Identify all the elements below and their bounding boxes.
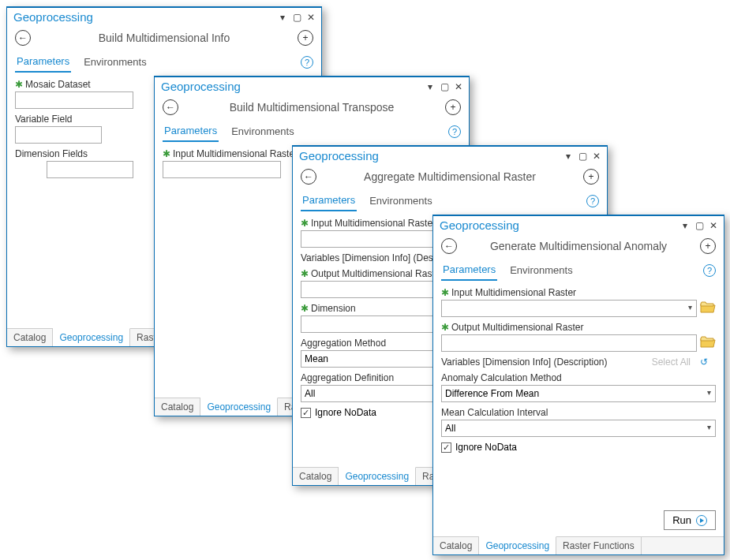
tab-catalog[interactable]: Catalog — [433, 537, 479, 554]
mean-interval-select[interactable] — [441, 420, 716, 437]
field-label: Input Multidimensional Raster — [173, 148, 298, 159]
close-icon[interactable]: ✕ — [591, 151, 602, 162]
required-icon: ✱ — [15, 79, 23, 90]
tab-geoprocessing[interactable]: Geoprocessing — [479, 536, 556, 554]
add-button[interactable]: + — [445, 99, 461, 115]
maximize-icon[interactable]: ▢ — [291, 12, 302, 23]
output-raster-input[interactable] — [441, 334, 697, 352]
reset-icon[interactable]: ↺ — [700, 357, 708, 368]
mosaic-dataset-input[interactable] — [15, 91, 133, 109]
auto-hide-icon[interactable]: ▾ — [277, 12, 288, 23]
required-icon: ✱ — [163, 148, 170, 159]
play-icon — [696, 515, 707, 526]
checkbox-label: Ignore NoData — [315, 407, 376, 418]
help-icon[interactable]: ? — [448, 125, 461, 138]
tab-parameters[interactable]: Parameters — [163, 121, 219, 142]
back-button[interactable]: ← — [301, 169, 316, 185]
add-button[interactable]: + — [298, 30, 313, 46]
field-label: Output Multidimensional Raster — [311, 268, 443, 279]
run-label: Run — [672, 514, 691, 526]
maximize-icon[interactable]: ▢ — [439, 81, 450, 92]
panel-generate-multidimensional-anomaly: Geoprocessing ▾ ▢ ✕ ← Generate Multidime… — [432, 215, 724, 555]
auto-hide-icon[interactable]: ▾ — [679, 220, 691, 231]
field-label: Anomaly Calculation Method — [441, 372, 562, 383]
anomaly-method-select[interactable] — [441, 385, 716, 402]
input-raster-input[interactable] — [441, 300, 697, 317]
panel-title: Geoprocessing — [440, 218, 675, 232]
ignore-nodata-checkbox[interactable]: ✓ — [441, 442, 451, 453]
tab-catalog[interactable]: Catalog — [155, 398, 200, 416]
field-label: Dimension — [311, 303, 356, 314]
field-label: Output Multidimensional Raster — [451, 322, 583, 333]
tab-catalog[interactable]: Catalog — [293, 468, 339, 485]
tab-geoprocessing[interactable]: Geoprocessing — [200, 398, 278, 416]
dimension-fields-input[interactable] — [47, 161, 133, 178]
close-icon[interactable]: ✕ — [708, 220, 719, 231]
maximize-icon[interactable]: ▢ — [694, 220, 705, 231]
required-icon: ✱ — [301, 268, 309, 279]
tab-catalog[interactable]: Catalog — [7, 329, 53, 346]
required-icon: ✱ — [301, 303, 309, 314]
ignore-nodata-checkbox[interactable]: ✓ — [301, 408, 311, 418]
tab-environments[interactable]: Environments — [368, 192, 433, 211]
panel-title: Geoprocessing — [161, 80, 420, 93]
back-button[interactable]: ← — [15, 30, 31, 46]
maximize-icon[interactable]: ▢ — [577, 151, 588, 162]
help-icon[interactable]: ? — [301, 56, 313, 69]
back-button[interactable]: ← — [163, 99, 178, 115]
tab-parameters[interactable]: Parameters — [301, 191, 357, 211]
browse-button[interactable] — [700, 301, 716, 315]
back-button[interactable]: ← — [441, 238, 457, 254]
add-button[interactable]: + — [583, 169, 599, 185]
bottom-tabs: Catalog Geoprocessing Raster Functions — [433, 536, 724, 554]
close-icon[interactable]: ✕ — [453, 81, 464, 92]
browse-button[interactable] — [700, 336, 716, 350]
tab-geoprocessing[interactable]: Geoprocessing — [339, 467, 416, 485]
panel-title: Geoprocessing — [299, 149, 558, 162]
tab-parameters[interactable]: Parameters — [441, 260, 497, 281]
tab-environments[interactable]: Environments — [82, 53, 148, 72]
help-icon[interactable]: ? — [703, 264, 716, 277]
tab-environments[interactable]: Environments — [508, 261, 574, 280]
tool-title: Generate Multidimensional Anomaly — [457, 240, 700, 252]
close-icon[interactable]: ✕ — [305, 12, 316, 23]
tab-parameters[interactable]: Parameters — [15, 52, 71, 73]
run-button[interactable]: Run — [664, 510, 716, 530]
variable-field-input[interactable] — [15, 126, 102, 144]
tool-title: Build Multidimensional Transpose — [178, 101, 445, 114]
select-all-link[interactable]: Select All — [652, 357, 691, 368]
required-icon: ✱ — [441, 322, 449, 333]
panel-title: Geoprocessing — [13, 10, 272, 24]
field-label: Mean Calculation Interval — [441, 407, 548, 418]
input-raster-input[interactable] — [163, 161, 281, 178]
field-label: Input Multidimensional Raster — [451, 287, 576, 298]
field-label: Input Multidimensional Raster — [311, 218, 436, 229]
tab-environments[interactable]: Environments — [230, 122, 295, 141]
tab-raster-functions[interactable]: Raster Functions — [556, 537, 642, 554]
auto-hide-icon[interactable]: ▾ — [425, 81, 436, 92]
add-button[interactable]: + — [700, 238, 716, 254]
tab-geoprocessing[interactable]: Geoprocessing — [53, 328, 130, 346]
field-label: Aggregation Method — [301, 338, 386, 349]
auto-hide-icon[interactable]: ▾ — [563, 151, 574, 162]
tool-title: Aggregate Multidimensional Raster — [316, 170, 583, 183]
tool-title: Build Multidimensional Info — [31, 32, 298, 44]
checkbox-label: Ignore NoData — [455, 442, 517, 453]
field-label: Dimension Fields — [15, 148, 88, 159]
field-label: Mosaic Dataset — [25, 79, 91, 90]
required-icon: ✱ — [301, 218, 309, 229]
help-icon[interactable]: ? — [586, 195, 599, 207]
required-icon: ✱ — [441, 287, 449, 298]
field-label: Variable Field — [15, 114, 72, 125]
field-label: Aggregation Definition — [301, 372, 394, 383]
field-label: Variables [Dimension Info] (Description) — [441, 357, 608, 368]
